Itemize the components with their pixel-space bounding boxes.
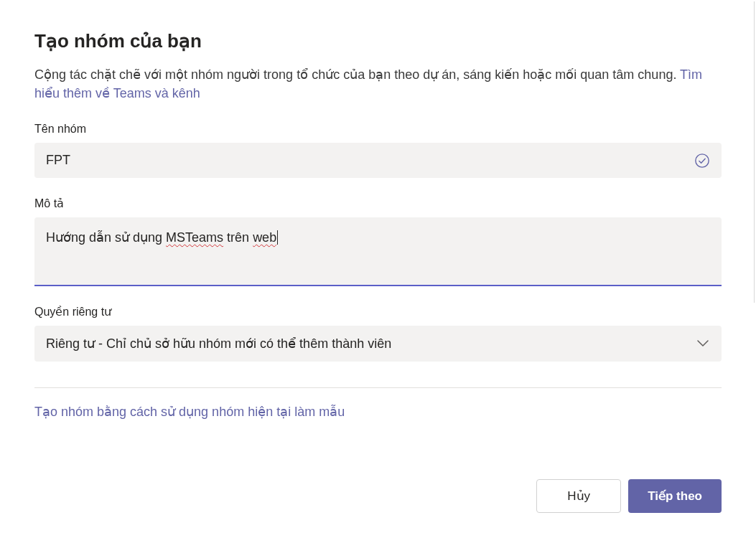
scrollbar-edge	[754, 1, 755, 303]
description-input-wrap: Hướng dẫn sử dụng MSTeams trên web	[34, 217, 722, 286]
description-input[interactable]	[34, 217, 722, 286]
privacy-select[interactable]: Riêng tư - Chỉ chủ sở hữu nhóm mới có th…	[34, 326, 722, 362]
team-name-input[interactable]	[34, 143, 722, 178]
use-template-link[interactable]: Tạo nhóm bằng cách sử dụng nhóm hiện tại…	[34, 404, 722, 420]
privacy-label: Quyền riêng tư	[34, 305, 722, 319]
cancel-button[interactable]: Hủy	[536, 479, 621, 513]
dialog-footer: Hủy Tiếp theo	[34, 465, 722, 513]
dialog-title: Tạo nhóm của bạn	[34, 30, 722, 52]
privacy-select-wrap: Riêng tư - Chỉ chủ sở hữu nhóm mới có th…	[34, 326, 722, 362]
next-button[interactable]: Tiếp theo	[628, 479, 722, 513]
team-name-input-wrap	[34, 143, 722, 178]
description-text: Cộng tác chặt chẽ với một nhóm người tro…	[34, 67, 680, 82]
check-circle-icon	[694, 153, 710, 169]
privacy-group: Quyền riêng tư Riêng tư - Chỉ chủ sở hữu…	[34, 305, 722, 362]
dialog-description: Cộng tác chặt chẽ với một nhóm người tro…	[34, 65, 722, 103]
description-group: Mô tả Hướng dẫn sử dụng MSTeams trên web	[34, 197, 722, 286]
create-team-dialog: Tạo nhóm của bạn Cộng tác chặt chẽ với m…	[0, 0, 756, 533]
chevron-down-icon	[697, 340, 709, 347]
description-label: Mô tả	[34, 197, 722, 210]
team-name-group: Tên nhóm	[34, 123, 722, 178]
team-name-label: Tên nhóm	[34, 123, 722, 136]
divider	[34, 387, 722, 388]
svg-point-0	[696, 154, 709, 167]
